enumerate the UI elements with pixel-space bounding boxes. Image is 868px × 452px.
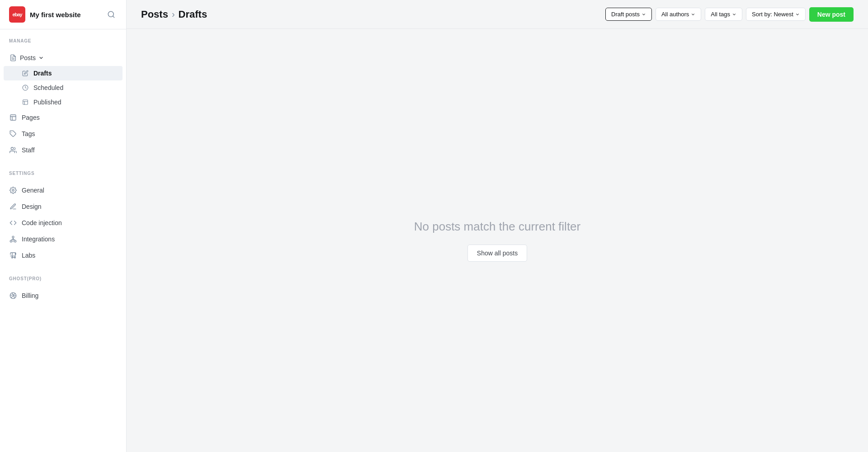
svg-line-19 xyxy=(13,239,15,240)
all-authors-filter[interactable]: All authors xyxy=(656,8,701,21)
sidebar-item-general[interactable]: General xyxy=(0,182,126,198)
draft-posts-label: Draft posts xyxy=(611,11,640,18)
sidebar-item-integrations[interactable]: Integrations xyxy=(0,231,126,247)
show-all-posts-button[interactable]: Show all posts xyxy=(467,245,527,262)
chevron-down-icon xyxy=(38,55,44,61)
svg-rect-8 xyxy=(10,115,16,120)
site-name: My first website xyxy=(30,11,81,19)
labs-icon xyxy=(9,251,17,259)
all-tags-label: All tags xyxy=(711,11,730,18)
sidebar-item-billing[interactable]: Billing xyxy=(0,287,126,304)
posts-label: Posts xyxy=(20,54,36,61)
new-post-label: New post xyxy=(817,11,845,18)
show-all-label: Show all posts xyxy=(477,250,518,257)
scheduled-icon xyxy=(22,84,29,91)
published-icon xyxy=(22,99,29,106)
sidebar-item-posts[interactable]: Posts xyxy=(0,50,126,66)
all-tags-filter[interactable]: All tags xyxy=(705,8,742,21)
general-label: General xyxy=(22,187,44,194)
staff-icon xyxy=(9,146,17,154)
sidebar-item-code-injection[interactable]: Code injection xyxy=(0,215,126,231)
empty-message: No posts match the current filter xyxy=(414,220,580,234)
settings-section-label: SETTINGS xyxy=(0,162,126,179)
general-icon xyxy=(9,186,17,194)
ebay-logo: ebay xyxy=(9,6,25,23)
sidebar-item-staff[interactable]: Staff xyxy=(0,142,126,158)
code-injection-label: Code injection xyxy=(22,219,62,226)
sidebar: ebay My first website MANAGE xyxy=(0,0,127,452)
draft-posts-filter[interactable]: Draft posts xyxy=(605,8,652,21)
tags-label: Tags xyxy=(22,130,35,137)
sidebar-item-scheduled[interactable]: Scheduled xyxy=(0,80,126,95)
svg-line-1 xyxy=(113,16,114,17)
billing-label: Billing xyxy=(22,292,38,299)
design-label: Design xyxy=(22,203,42,210)
toolbar: Draft posts All authors All tags Sort by… xyxy=(605,7,854,22)
sidebar-item-design[interactable]: Design xyxy=(0,198,126,215)
scheduled-label: Scheduled xyxy=(33,84,63,91)
sort-label: Sort by: Newest xyxy=(752,11,793,18)
breadcrumb-current: Drafts xyxy=(179,9,208,20)
settings-nav: General Design Code injection xyxy=(0,179,126,267)
design-icon xyxy=(9,202,17,211)
drafts-icon xyxy=(22,70,29,77)
breadcrumb-posts[interactable]: Posts xyxy=(141,9,168,20)
manage-nav: Posts Drafts xyxy=(0,46,126,162)
code-injection-icon xyxy=(9,219,17,227)
svg-line-17 xyxy=(11,239,13,240)
integrations-icon xyxy=(9,235,17,243)
pages-icon xyxy=(9,113,17,122)
breadcrumb: Posts › Drafts xyxy=(141,9,207,20)
draft-posts-chevron-icon xyxy=(642,12,646,17)
manage-section-label: MANAGE xyxy=(0,29,126,46)
sidebar-item-pages[interactable]: Pages xyxy=(0,109,126,126)
content-area: No posts match the current filter Show a… xyxy=(127,29,868,452)
staff-label: Staff xyxy=(22,146,35,154)
billing-icon xyxy=(9,292,17,300)
svg-point-13 xyxy=(12,189,14,191)
sidebar-item-labs[interactable]: Labs xyxy=(0,247,126,264)
svg-rect-5 xyxy=(23,100,28,105)
svg-point-12 xyxy=(11,147,13,150)
labs-label: Labs xyxy=(22,252,35,259)
all-authors-chevron-icon xyxy=(691,12,695,17)
search-button[interactable] xyxy=(105,9,117,20)
sort-filter[interactable]: Sort by: Newest xyxy=(746,8,806,21)
drafts-label: Drafts xyxy=(33,70,52,77)
all-authors-label: All authors xyxy=(661,11,689,18)
ghost-pro-nav: Billing xyxy=(0,284,126,307)
search-icon xyxy=(107,10,115,19)
brand[interactable]: ebay My first website xyxy=(9,6,81,23)
published-label: Published xyxy=(33,99,61,106)
tags-icon xyxy=(9,130,17,138)
breadcrumb-separator: › xyxy=(172,9,175,19)
pages-label: Pages xyxy=(22,114,40,121)
sidebar-item-tags[interactable]: Tags xyxy=(0,126,126,142)
sidebar-item-published[interactable]: Published xyxy=(0,95,126,109)
svg-point-21 xyxy=(14,257,16,258)
integrations-label: Integrations xyxy=(22,235,55,243)
sort-chevron-icon xyxy=(795,12,800,17)
ghost-pro-section-label: GHOST(PRO) xyxy=(0,267,126,284)
posts-icon xyxy=(9,54,17,62)
posts-sub-nav: Drafts Scheduled xyxy=(0,66,126,109)
main-content: Posts › Drafts Draft posts All authors A… xyxy=(127,0,868,452)
all-tags-chevron-icon xyxy=(732,12,736,17)
svg-point-20 xyxy=(12,257,13,258)
new-post-button[interactable]: New post xyxy=(809,7,854,22)
sidebar-item-drafts[interactable]: Drafts xyxy=(4,66,123,80)
sidebar-header: ebay My first website xyxy=(0,0,126,29)
top-bar: Posts › Drafts Draft posts All authors A… xyxy=(127,0,868,29)
